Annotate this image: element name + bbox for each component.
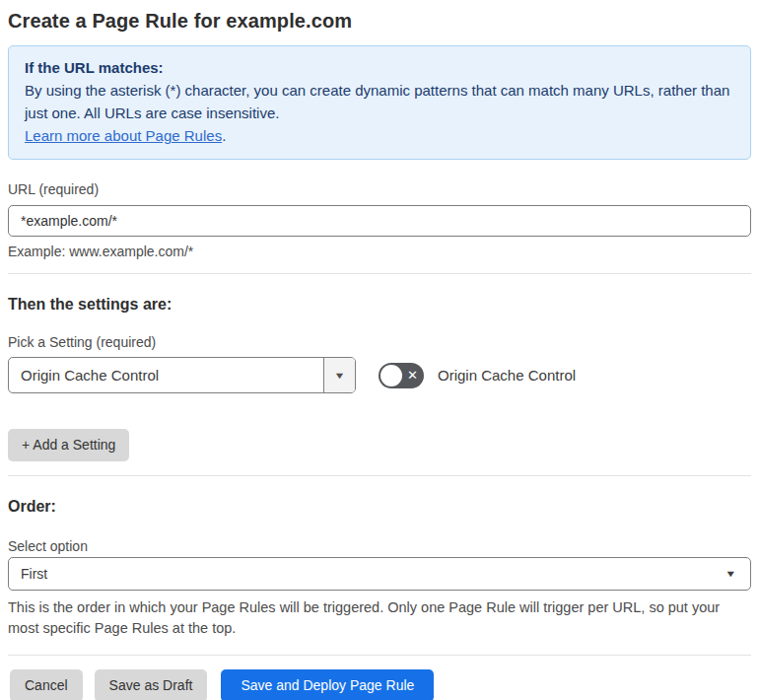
link-suffix: . [222,127,226,144]
chevron-down-icon: ▼ [724,569,751,579]
save-draft-button[interactable]: Save as Draft [95,669,208,700]
setting-select-value: Origin Cache Control [9,367,323,384]
url-helper-text: Example: www.example.com/* [8,244,751,259]
origin-cache-control-toggle[interactable]: ✕ [379,363,424,388]
settings-section-heading: Then the settings are: [8,296,751,314]
save-deploy-button[interactable]: Save and Deploy Page Rule [221,669,434,700]
add-setting-button[interactable]: + Add a Setting [8,429,129,461]
url-input[interactable] [8,205,751,237]
toggle-knob [380,365,402,386]
order-select-value: First [9,566,728,582]
setting-select[interactable]: Origin Cache Control ▼ [8,357,356,393]
chevron-down-icon: ▼ [333,371,345,381]
order-section-heading: Order: [8,498,751,516]
toggle-setting-label: Origin Cache Control [438,367,576,384]
pick-setting-label: Pick a Setting (required) [8,334,751,350]
url-match-info-box: If the URL matches: By using the asteris… [8,45,751,160]
order-select[interactable]: First ▼ [8,557,751,591]
setting-select-caret-box[interactable]: ▼ [323,358,355,392]
info-box-body: By using the asterisk (*) character, you… [25,79,734,124]
footer-actions: Cancel Save as Draft Save and Deploy Pag… [8,669,751,700]
divider [8,475,751,476]
cancel-button[interactable]: Cancel [10,669,83,700]
setting-row: Origin Cache Control ▼ ✕ Origin Cache Co… [8,357,751,393]
order-helper-text: This is the order in which your Page Rul… [8,597,751,639]
info-box-link-line: Learn more about Page Rules. [25,124,734,147]
url-label: URL (required) [8,181,751,197]
divider [8,273,751,274]
page-title: Create a Page Rule for example.com [8,8,751,34]
order-select-label: Select option [8,538,751,554]
toggle-off-x-icon: ✕ [407,363,418,388]
learn-more-link[interactable]: Learn more about Page Rules [25,127,222,144]
divider [8,655,751,656]
info-box-heading: If the URL matches: [25,56,734,79]
